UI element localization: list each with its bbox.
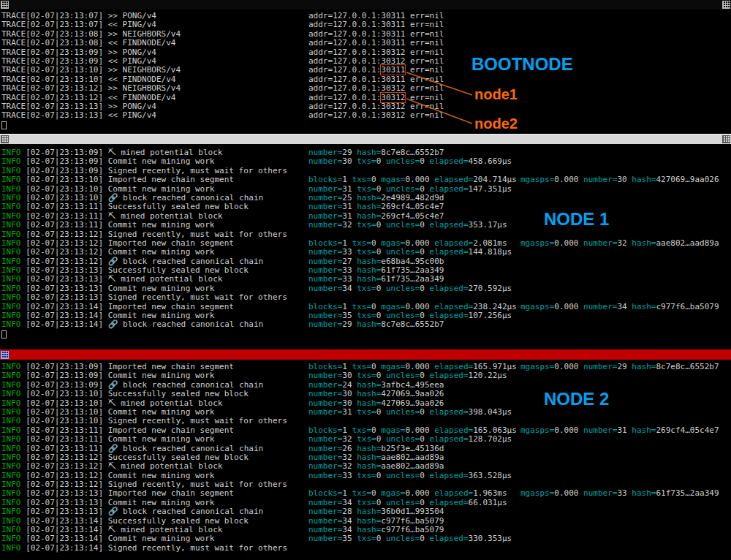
field-key: hash= (627, 425, 656, 435)
err-field: err=nil (405, 29, 444, 39)
field-key: uncles= (381, 247, 420, 257)
log-timestamp: [02-07|23:13:11] (26, 425, 108, 435)
window-menu-icon[interactable] (1, 351, 9, 359)
log-text: << PING/v4 (108, 20, 156, 29)
field-key: hash= (352, 507, 382, 516)
field-key: mgasps= (520, 302, 554, 311)
field-value: 0.000 (554, 175, 578, 184)
log-timestamp: [02-07|23:13:14] (26, 516, 108, 526)
log-text: Commit new mining work (108, 220, 215, 230)
log-fields: number=31 txs=0 uncles=0 elapsed=398.043… (308, 408, 512, 417)
port-value: 30311 (381, 20, 405, 29)
log-text: Signed recently, must wait for others (108, 543, 287, 553)
field-value: 0.000 (554, 302, 578, 311)
field-value: 8c7e8c…6552b7 (381, 148, 444, 157)
field-key: elapsed= (425, 311, 469, 320)
field-key: addr= (308, 75, 333, 84)
field-key: elapsed= (430, 238, 474, 248)
log-timestamp: [02-07|23:13:12] (26, 257, 108, 266)
node1-titlebar[interactable] (0, 134, 731, 144)
field-value: 33 (342, 471, 352, 480)
log-text: block reached canonical chain (123, 319, 263, 329)
log-text: block reached canonical chain (123, 257, 263, 266)
field-value: 8c7e8c…6552b7 (656, 362, 719, 371)
field-key: elapsed= (430, 175, 474, 184)
log-fields: number=29 hash=8c7e8c…6552b7 (308, 320, 444, 329)
field-value: 34 (342, 498, 352, 507)
window-resize-icon[interactable] (722, 1, 730, 9)
field-value: 30 (342, 156, 352, 166)
log-level: TRACE (1, 38, 26, 48)
field-value: 0 (420, 434, 425, 444)
window-menu-icon[interactable] (1, 135, 9, 143)
field-value: 61f735…2aa349 (381, 274, 444, 284)
pickaxe-icon: ⛏ (108, 461, 121, 471)
field-key: blocks= (308, 362, 342, 371)
addr-value: 127.0.0.1: (333, 83, 381, 93)
chain-icon: 🔗 (108, 380, 123, 390)
field-key: hash= (627, 175, 656, 184)
field-key: number= (578, 302, 617, 311)
window-menu-icon[interactable] (1, 1, 9, 9)
log-text: << FINDNODE/v4 (108, 38, 176, 48)
node1-terminal[interactable]: INFO [02-07|23:13:09] ⛏ mined potential … (0, 144, 731, 349)
field-key: number= (308, 220, 342, 230)
log-fields: mgasps=0.000 number=31 hash=269cf4…05c4e… (520, 426, 719, 435)
node2-terminal[interactable]: INFO [02-07|23:13:09] Imported new chain… (0, 360, 731, 560)
field-value: 36b0d1…993504 (381, 507, 444, 516)
field-value: 1 (342, 425, 347, 435)
field-value: aae802…aad89a (656, 238, 719, 248)
field-value: 427069…9aa026 (381, 398, 444, 408)
err-field: err=nil (405, 11, 444, 20)
log-text: >> PONG/v4 (108, 102, 156, 111)
log-timestamp: [02-07|23:13:12] (26, 247, 108, 257)
log-timestamp: [02-07|23:13:13] (26, 292, 108, 302)
field-key: addr= (308, 56, 333, 66)
cursor-line (1, 330, 731, 338)
bootnode-titlebar[interactable] (0, 0, 731, 10)
field-key: number= (578, 488, 617, 498)
log-timestamp: [02-07|23:13:10] (26, 175, 108, 184)
log-timestamp: [02-07|23:13:10] (26, 407, 108, 417)
window-resize-icon[interactable] (722, 135, 730, 143)
field-value: 107.256µs (469, 311, 512, 320)
log-level: INFO (1, 389, 26, 398)
field-key: addr= (308, 93, 333, 102)
field-key: addr= (308, 65, 333, 75)
log-timestamp: [02-07|23:13:09] (26, 56, 108, 66)
field-key: uncles= (381, 156, 420, 166)
field-key: blocks= (308, 302, 342, 311)
field-key: number= (308, 507, 342, 516)
log-text: Commit new mining work (108, 534, 215, 543)
field-value: 29 (342, 148, 352, 157)
log-timestamp: [02-07|23:13:12] (26, 83, 108, 93)
field-value: 32 (617, 238, 626, 248)
addr-value: 127.0.0.1: (333, 11, 381, 20)
field-value: 363.528µs (469, 471, 512, 480)
log-text: Commit new mining work (108, 284, 215, 293)
log-fields: number=34 txs=0 uncles=0 elapsed=270.592… (308, 284, 512, 293)
log-timestamp: [02-07|23:13:13] (26, 507, 108, 516)
bootnode-terminal[interactable]: TRACE[02-07|23:13:07] >> PONG/v4addr=127… (0, 10, 731, 134)
field-key: txs= (352, 534, 376, 543)
log-text: Commit new mining work (108, 247, 215, 257)
addr-value: 127.0.0.1: (333, 48, 381, 57)
field-key: addr= (308, 83, 333, 93)
field-value: 8c7e8c…6552b7 (381, 319, 444, 329)
field-key: number= (308, 257, 342, 266)
log-text: mined potential block (121, 398, 222, 408)
log-fields: addr=127.0.0.1:30312 err=nil (308, 111, 444, 120)
log-level: INFO (1, 302, 26, 311)
field-key: mgasps= (520, 425, 554, 435)
field-value: 1 (342, 175, 347, 184)
field-key: txs= (347, 302, 371, 311)
terminal-cursor (1, 121, 7, 129)
chain-icon: 🔗 (108, 193, 123, 203)
log-level: INFO (1, 534, 26, 543)
field-key: blocks= (308, 175, 342, 184)
log-fields: mgasps=0.000 number=33 hash=61f735…2aa34… (520, 489, 719, 498)
log-text: mined potential block (121, 461, 222, 471)
field-key: uncles= (381, 534, 420, 543)
node2-titlebar[interactable] (0, 349, 731, 360)
field-value: 32 (342, 461, 352, 471)
